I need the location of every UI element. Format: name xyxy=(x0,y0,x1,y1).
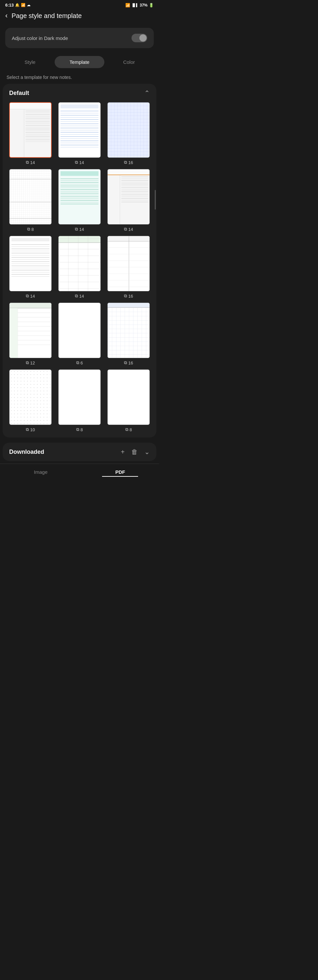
template-label-4: ⧉ 8 xyxy=(27,227,34,232)
grid-svg-4 xyxy=(9,169,51,224)
tab-color[interactable]: Color xyxy=(104,56,154,68)
page-icon-5: ⧉ xyxy=(75,227,78,232)
template-thumb-8 xyxy=(58,236,101,291)
template-thumb-13 xyxy=(9,369,52,425)
bottom-tab-pdf[interactable]: PDF xyxy=(102,468,138,477)
dark-mode-row: Adjust color in Dark mode xyxy=(5,28,154,48)
page-icon-13: ⧉ xyxy=(26,427,29,432)
back-button[interactable]: ‹ xyxy=(5,11,8,20)
template-thumb-12 xyxy=(107,302,150,358)
table-svg-8 xyxy=(59,236,100,291)
template-thumb-5 xyxy=(58,169,101,224)
delete-template-button[interactable]: 🗑 xyxy=(131,448,138,456)
page-icon-15: ⧉ xyxy=(125,427,128,432)
default-templates-section: Default ⌃ xyxy=(3,84,157,438)
dark-mode-label: Adjust color in Dark mode xyxy=(12,35,68,41)
template-count-9: 16 xyxy=(128,294,133,299)
template-count-13: 10 xyxy=(30,427,35,432)
downloaded-section: Downloaded + 🗑 ⌄ xyxy=(3,443,157,461)
time-display: 6:13 xyxy=(5,3,14,8)
add-template-button[interactable]: + xyxy=(121,448,125,456)
tab-bar: Style Template Color xyxy=(0,53,159,73)
wifi-icon: 📶 xyxy=(125,3,130,8)
table-svg-10 xyxy=(9,303,51,358)
template-item-4[interactable]: ⧉ 8 xyxy=(8,169,53,232)
template-item-10[interactable]: ⧉ 12 xyxy=(8,302,53,366)
template-item-5[interactable]: ⧉ 14 xyxy=(57,169,102,232)
page-icon-12: ⧉ xyxy=(124,360,127,366)
template-count-12: 16 xyxy=(128,361,133,366)
svg-rect-0 xyxy=(108,102,150,158)
template-item-3[interactable]: ⧉ 16 xyxy=(106,102,151,165)
template-label-2: ⧉ 14 xyxy=(75,160,84,165)
template-item-1[interactable]: ⧉ 14 xyxy=(8,102,53,165)
template-count-8: 14 xyxy=(79,294,84,299)
template-label-15: ⧉ 8 xyxy=(125,427,132,432)
template-item-7[interactable]: ⧉ 14 xyxy=(8,236,53,299)
template-count-15: 8 xyxy=(130,427,132,432)
svg-rect-42 xyxy=(9,308,17,358)
svg-rect-5 xyxy=(59,236,100,291)
section-header-default: Default ⌃ xyxy=(5,89,154,102)
svg-rect-20 xyxy=(108,236,150,241)
template-label-10: ⧉ 12 xyxy=(26,360,35,366)
template-count-2: 14 xyxy=(79,160,84,165)
template-thumb-4 xyxy=(9,169,52,224)
svg-rect-48 xyxy=(9,370,51,425)
scroll-indicator xyxy=(155,190,156,210)
template-item-11[interactable]: ⧉ 6 xyxy=(57,302,102,366)
table-svg-9 xyxy=(108,236,150,291)
template-thumb-7 xyxy=(9,236,52,291)
template-label-11: ⧉ 6 xyxy=(76,360,83,366)
svg-rect-44 xyxy=(108,303,150,307)
template-count-4: 8 xyxy=(32,227,34,232)
template-thumb-14 xyxy=(58,369,101,425)
template-item-15[interactable]: ⧉ 8 xyxy=(106,369,151,432)
template-count-5: 14 xyxy=(79,227,84,232)
template-thumb-15 xyxy=(107,369,150,425)
bottom-tab-image[interactable]: Image xyxy=(21,468,61,477)
page-icon-10: ⧉ xyxy=(26,360,29,366)
page-icon-9: ⧉ xyxy=(124,293,127,299)
svg-rect-46 xyxy=(108,307,150,358)
template-item-8[interactable]: ⧉ 14 xyxy=(57,236,102,299)
template-thumb-9 xyxy=(107,236,150,291)
template-count-11: 6 xyxy=(81,361,83,366)
battery-icon: 🔋 xyxy=(149,3,154,8)
grid-svg-12 xyxy=(108,303,150,358)
template-count-10: 12 xyxy=(30,361,35,366)
page-icon-11: ⧉ xyxy=(76,360,79,366)
template-thumb-11 xyxy=(58,302,101,358)
template-item-9[interactable]: ⧉ 16 xyxy=(106,236,151,299)
template-label-5: ⧉ 14 xyxy=(75,227,84,232)
notification-icon: 🔔 xyxy=(15,3,20,7)
downloaded-label: Downloaded xyxy=(9,449,44,455)
expand-section-button[interactable]: ⌄ xyxy=(144,448,150,456)
tab-template[interactable]: Template xyxy=(55,56,104,68)
template-thumb-6 xyxy=(107,169,150,224)
page-icon-3: ⧉ xyxy=(124,160,127,165)
template-item-14[interactable]: ⧉ 8 xyxy=(57,369,102,432)
status-bar: 6:13 🔔 📶 ☁ 📶 ▐▌▌ 37% 🔋 xyxy=(0,0,159,9)
signal-icon: 📶 xyxy=(21,3,25,7)
template-label-1: ⧉ 14 xyxy=(26,160,35,165)
template-count-1: 14 xyxy=(30,160,35,165)
svg-rect-1 xyxy=(9,169,51,224)
template-label-6: ⧉ 14 xyxy=(124,227,133,232)
template-item-2[interactable]: ⧉ 14 xyxy=(57,102,102,165)
cellular-icon: ▐▌▌ xyxy=(131,3,138,7)
dark-mode-toggle[interactable] xyxy=(131,34,147,42)
template-item-12[interactable]: ⧉ 16 xyxy=(106,302,151,366)
template-label-14: ⧉ 8 xyxy=(76,427,83,432)
chevron-up-icon[interactable]: ⌃ xyxy=(144,89,150,97)
template-item-6[interactable]: ⧉ 14 xyxy=(106,169,151,232)
template-label-7: ⧉ 14 xyxy=(26,293,35,299)
grid-svg-3 xyxy=(108,102,150,158)
template-item-13[interactable]: ⧉ 10 xyxy=(8,369,53,432)
tab-style[interactable]: Style xyxy=(5,56,55,68)
page-icon-14: ⧉ xyxy=(76,427,79,432)
template-count-14: 8 xyxy=(81,427,83,432)
template-thumb-3 xyxy=(107,102,150,158)
template-label-3: ⧉ 16 xyxy=(124,160,133,165)
status-time: 6:13 🔔 📶 ☁ xyxy=(5,3,30,8)
